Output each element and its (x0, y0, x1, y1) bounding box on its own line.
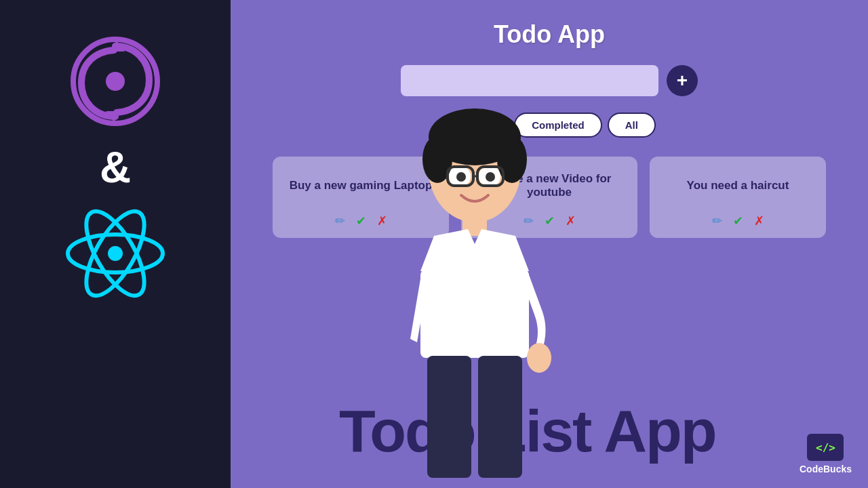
app-title: Todo App (494, 20, 605, 49)
svg-point-3 (106, 72, 125, 91)
svg-rect-22 (427, 356, 471, 478)
right-panel: Todo App + Active Completed All Buy a ne… (231, 0, 868, 488)
svg-point-7 (108, 246, 123, 261)
react-logo (61, 199, 170, 308)
codebucks-icon: </> (807, 434, 844, 461)
svg-point-18 (486, 172, 495, 182)
filter-all-button[interactable]: All (608, 113, 656, 138)
codebucks-logo: </> CodeBucks (800, 434, 852, 474)
redux-logo (61, 27, 170, 136)
svg-point-11 (497, 136, 527, 183)
input-row: + (401, 65, 698, 96)
todo-text-3: You need a haircut (660, 169, 815, 203)
edit-icon-1[interactable]: ✏ (335, 214, 345, 228)
todo-card-3: You need a haircut ✏ ✔ ✗ (650, 157, 826, 238)
delete-icon-3[interactable]: ✗ (754, 214, 764, 228)
todo-actions-3: ✏ ✔ ✗ (660, 214, 815, 228)
edit-icon-3[interactable]: ✏ (712, 214, 722, 228)
ampersand-symbol: & (100, 146, 131, 189)
character-figure (380, 108, 570, 488)
check-icon-1[interactable]: ✔ (356, 214, 366, 228)
svg-rect-23 (478, 356, 522, 478)
svg-point-21 (527, 343, 551, 373)
check-icon-3[interactable]: ✔ (733, 214, 743, 228)
svg-rect-20 (420, 270, 529, 358)
left-panel: & (0, 0, 231, 488)
todo-input[interactable] (401, 65, 658, 96)
codebucks-name: CodeBucks (800, 464, 852, 474)
svg-point-17 (456, 172, 466, 182)
add-todo-button[interactable]: + (667, 65, 698, 96)
